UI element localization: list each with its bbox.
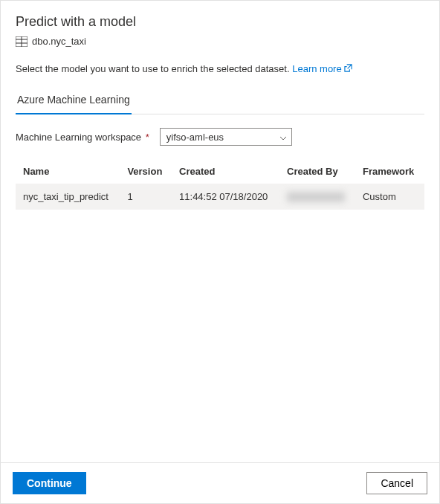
- page-title: Predict with a model: [16, 14, 424, 30]
- footer: Continue Cancel: [1, 462, 439, 503]
- instruction-sentence: Select the model you want to use to enri…: [16, 63, 290, 74]
- instruction-text: Select the model you want to use to enri…: [16, 63, 424, 74]
- workspace-selected-value: yifso-aml-eus: [166, 132, 224, 143]
- cell-created-by: [279, 184, 355, 210]
- dataset-label: dbo.nyc_taxi: [32, 36, 86, 47]
- workspace-label: Machine Learning workspace *: [16, 132, 149, 143]
- cell-created: 11:44:52 07/18/2020: [172, 184, 279, 210]
- tab-azure-ml[interactable]: Azure Machine Learning: [16, 88, 132, 114]
- cell-framework: Custom: [355, 184, 424, 210]
- tabs: Azure Machine Learning: [16, 88, 424, 114]
- table-header-row: Name Version Created Created By Framewor…: [16, 159, 424, 184]
- external-link-icon: [344, 63, 352, 74]
- col-version: Version: [120, 159, 172, 184]
- workspace-label-text: Machine Learning workspace: [16, 132, 141, 143]
- col-framework: Framework: [355, 159, 424, 184]
- continue-button[interactable]: Continue: [13, 472, 86, 494]
- col-name: Name: [16, 159, 120, 184]
- models-table: Name Version Created Created By Framewor…: [16, 159, 424, 210]
- cell-version: 1: [120, 184, 172, 210]
- col-created-by: Created By: [279, 159, 355, 184]
- required-indicator: *: [146, 132, 149, 143]
- workspace-dropdown[interactable]: yifso-aml-eus: [160, 128, 292, 146]
- chevron-down-icon: [279, 132, 287, 143]
- created-by-redacted: [287, 192, 345, 202]
- learn-more-label: Learn more: [292, 63, 341, 74]
- table-row[interactable]: nyc_taxi_tip_predict 1 11:44:52 07/18/20…: [16, 184, 424, 210]
- table-icon: [16, 36, 28, 47]
- learn-more-link[interactable]: Learn more: [292, 63, 352, 74]
- col-created: Created: [172, 159, 279, 184]
- workspace-field: Machine Learning workspace * yifso-aml-e…: [16, 128, 424, 146]
- cancel-button[interactable]: Cancel: [366, 472, 427, 494]
- dataset-row: dbo.nyc_taxi: [16, 36, 424, 47]
- cell-name: nyc_taxi_tip_predict: [16, 184, 120, 210]
